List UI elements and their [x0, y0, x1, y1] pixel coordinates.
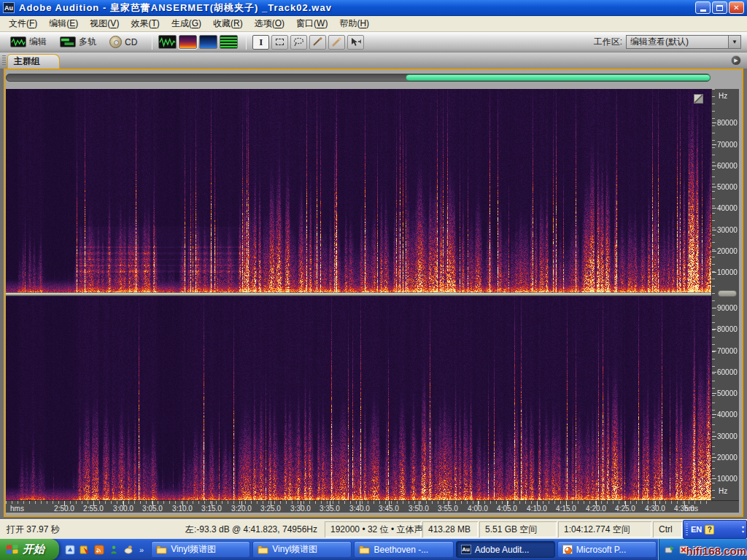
freq-tick-mark: [712, 351, 716, 351]
freq-tick-label: 10000: [717, 475, 738, 483]
marquee-selection-tool[interactable]: [271, 35, 288, 50]
freq-tick-mark: [712, 308, 716, 308]
waveform-view-toggle[interactable]: [158, 35, 177, 49]
taskbar-task-button[interactable]: Beethoven -...: [354, 541, 453, 558]
freq-unit-top: Hz: [719, 92, 727, 100]
scrub-tool[interactable]: [347, 35, 364, 50]
menu-item[interactable]: 文件(F): [3, 16, 43, 31]
workspace-value: 编辑查看(默认): [630, 36, 689, 48]
edit-view-button[interactable]: 编辑: [6, 34, 51, 50]
folder-icon: [258, 545, 268, 554]
menu-item[interactable]: 生成(G): [166, 16, 207, 31]
orange-app-icon[interactable]: [94, 545, 104, 555]
menu-item[interactable]: 编辑(E): [43, 16, 84, 31]
task-label: Vinyl频谱图: [171, 543, 216, 556]
spot-heal-brush-tool[interactable]: [328, 35, 345, 50]
time-tick-label: 4:20.0: [580, 505, 612, 513]
scrub-icon: [350, 37, 362, 47]
time-tick-label: 3:20.0: [225, 505, 258, 513]
time-ruler[interactable]: hms hms 2:50.02:55.03:00.03:05.03:10.03:…: [6, 500, 739, 513]
time-tick-label: 3:40.0: [344, 505, 376, 513]
blue-app-icon[interactable]: [65, 545, 75, 555]
menu-item[interactable]: 帮助(H): [333, 16, 375, 31]
freq-tick-label: 30000: [717, 226, 738, 234]
multitrack-view-button[interactable]: 多轨: [55, 34, 101, 50]
maximize-button[interactable]: [712, 1, 727, 14]
freq-tick-mark: [712, 144, 716, 145]
menu-item[interactable]: 窗口(W): [290, 16, 333, 31]
spectral-phase-view-toggle[interactable]: [220, 35, 238, 49]
minimize-button[interactable]: [695, 1, 711, 14]
freq-tick-label: 30000: [717, 432, 738, 440]
chevron-down-icon[interactable]: ▼: [728, 36, 740, 48]
time-tick-label: 3:05.0: [136, 505, 169, 513]
quick-launch-overflow-chevron[interactable]: »: [139, 545, 144, 554]
language-indicator[interactable]: EN: [691, 525, 702, 534]
lasso-selection-tool[interactable]: [290, 35, 307, 50]
menu-bar: 文件(F)编辑(E)视图(V)效果(T)生成(G)收藏(R)选项(O)窗口(W)…: [0, 16, 747, 32]
freq-tick-label: 40000: [717, 411, 738, 419]
workspace-select[interactable]: 编辑查看(默认) ▼: [626, 35, 741, 49]
menu-item[interactable]: 选项(O): [249, 16, 290, 31]
effects-brush-tool[interactable]: [309, 35, 326, 50]
freq-tick-label: 50000: [717, 389, 738, 397]
taskbar-task-button[interactable]: AuAdobe Audit...: [456, 541, 555, 558]
app-icon: Au: [3, 2, 15, 13]
waveform-edit-icon: [10, 36, 26, 47]
yellow-red-app-icon[interactable]: [80, 545, 90, 555]
panel-grip[interactable]: [2, 55, 6, 66]
freq-scroll-thumb[interactable]: [718, 290, 737, 297]
freq-tick-mark: [712, 393, 716, 394]
freq-unit-bottom: Hz: [719, 487, 727, 495]
freq-tick-label: 40000: [717, 204, 738, 212]
green-person-icon[interactable]: [109, 545, 119, 555]
spectrogram-canvas[interactable]: [6, 89, 711, 500]
time-tick-label: 3:50.0: [403, 505, 435, 513]
taskbar: 开始 » Vinyl频谱图Vinyl频谱图Beethoven -...AuAdo…: [0, 539, 747, 560]
freq-tick-label: 70000: [717, 347, 738, 355]
marquee-icon: [276, 39, 284, 45]
application-window: Au Adobe Audition - 皇家芭蕾ANSERMET(胡桃夹子) _…: [0, 0, 747, 560]
time-selection-tool[interactable]: I: [252, 35, 269, 50]
language-bar-options-icon[interactable]: ▾▾: [742, 525, 744, 534]
status-disk-free: 5.51 GB 空间: [479, 521, 557, 537]
spectral-pan-view-toggle[interactable]: [199, 35, 217, 49]
freq-tick-label: 70000: [717, 141, 738, 149]
tab-main-group[interactable]: 主群组: [7, 54, 60, 69]
status-time-free: 1:04:12.774 空间: [558, 521, 651, 537]
menu-item[interactable]: 收藏(R): [207, 16, 249, 31]
taskbar-task-button[interactable]: Microsoft P...: [557, 541, 657, 558]
language-bar[interactable]: EN ? ▾▾: [683, 520, 747, 539]
spectral-corner-icon[interactable]: [694, 94, 703, 104]
cartoon-app-icon[interactable]: [123, 545, 133, 555]
language-help-icon[interactable]: ?: [705, 525, 714, 534]
maximize-icon: [716, 5, 723, 11]
taskbar-task-button[interactable]: Vinyl频谱图: [252, 541, 352, 558]
status-open-info: 打开 37.97 秒: [1, 521, 179, 537]
taskbar-task-button[interactable]: Vinyl频谱图: [151, 541, 250, 558]
start-button[interactable]: 开始: [0, 539, 59, 560]
tray-sync-icon[interactable]: [665, 545, 675, 555]
window-title: Adobe Audition - 皇家芭蕾ANSERMET(胡桃夹子) _Tra…: [19, 1, 332, 15]
close-button[interactable]: ✕: [729, 1, 744, 14]
cd-view-button[interactable]: CD: [105, 34, 142, 50]
time-tick-label: 4:35.0: [668, 505, 700, 513]
status-cursor-info: 左:-93.3 dB @ 4:41.823, 74956Hz: [180, 521, 323, 537]
time-tick-label: 4:05.0: [491, 505, 523, 513]
toolbar-separator: [246, 35, 247, 50]
tab-bar: 主群组 ▶: [0, 52, 747, 69]
folder-icon: [156, 545, 167, 554]
freq-tick-mark: [712, 122, 716, 123]
brush-icon: [312, 37, 323, 47]
frequency-ruler[interactable]: Hz Hz 8000070000600005000040000300002000…: [711, 89, 739, 500]
navigator-bar[interactable]: [6, 74, 711, 82]
menu-item[interactable]: 效果(T): [125, 16, 165, 31]
time-tick-label: 3:25.0: [255, 505, 287, 513]
watermark: hifi168.com: [686, 545, 746, 557]
language-bar-grip[interactable]: [686, 524, 688, 535]
menu-item[interactable]: 视图(V): [84, 16, 125, 31]
spectral-view-toggle[interactable]: [179, 35, 197, 49]
panel-menu-button[interactable]: ▶: [731, 55, 741, 66]
navigator-thumb[interactable]: [406, 74, 711, 81]
freq-tick-label: 80000: [717, 325, 738, 333]
